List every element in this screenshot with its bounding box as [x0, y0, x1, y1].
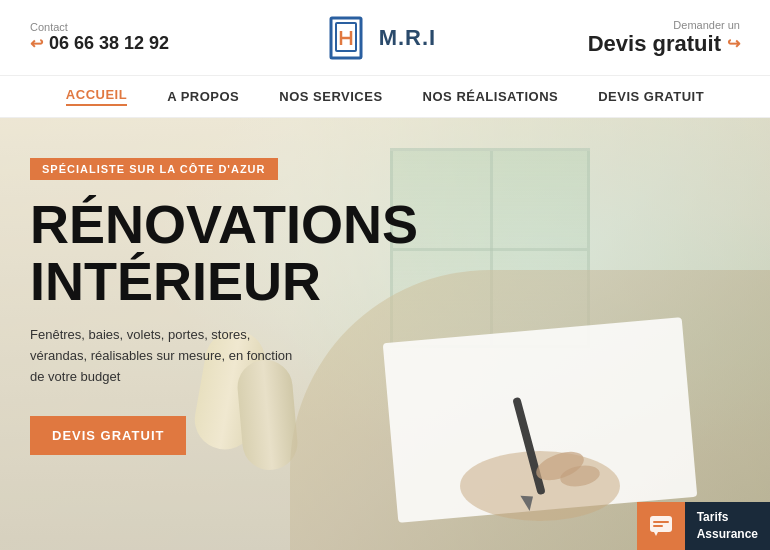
hero-section: SPÉCIALISTE SUR LA CÔTE D'AZUR RÉNOVATIO…	[0, 118, 770, 550]
nav-item-services[interactable]: NOS SERVICES	[279, 89, 382, 104]
nav-item-realisations[interactable]: NOS RÉALISATIONS	[423, 89, 559, 104]
contact-label: Contact	[30, 21, 169, 33]
svg-rect-13	[653, 525, 663, 527]
nav-item-accueil[interactable]: ACCUEIL	[66, 87, 127, 106]
nav-item-apropos[interactable]: A PROPOS	[167, 89, 239, 104]
svg-rect-10	[650, 516, 672, 532]
hero-title-line2: INTÉRIEUR	[30, 253, 418, 310]
devis-arrow-icon: ↪	[727, 34, 740, 53]
logo-icon	[321, 13, 371, 63]
logo-text: M.R.I	[379, 25, 437, 51]
assurance-widget[interactable]: Tarifs Assurance	[637, 502, 770, 550]
devis-label: Demander un	[673, 19, 740, 31]
contact-number[interactable]: ↩ 06 66 38 12 92	[30, 33, 169, 54]
hero-content: SPÉCIALISTE SUR LA CÔTE D'AZUR RÉNOVATIO…	[0, 118, 448, 495]
widget-chat-icon	[637, 502, 685, 550]
hero-title: RÉNOVATIONS INTÉRIEUR	[30, 196, 418, 309]
widget-line1: Tarifs	[697, 509, 758, 526]
hero-subtitle: Fenêtres, baies, volets, portes, stores,…	[30, 325, 310, 387]
top-bar: Contact ↩ 06 66 38 12 92 M.R.I Demander …	[0, 0, 770, 76]
nav-item-devis[interactable]: DEVIS GRATUIT	[598, 89, 704, 104]
phone-number: 06 66 38 12 92	[49, 33, 169, 54]
widget-label: Tarifs Assurance	[685, 503, 770, 549]
nav-bar: ACCUEIL A PROPOS NOS SERVICES NOS RÉALIS…	[0, 76, 770, 118]
cta-devis-button[interactable]: DEVIS GRATUIT	[30, 416, 186, 455]
hero-title-line1: RÉNOVATIONS	[30, 196, 418, 253]
devis-gratuit-text: Devis gratuit	[588, 31, 721, 57]
contact-arrow-icon: ↩	[30, 34, 43, 53]
svg-marker-11	[654, 532, 658, 536]
contact-section: Contact ↩ 06 66 38 12 92	[30, 21, 169, 54]
hero-badge: SPÉCIALISTE SUR LA CÔTE D'AZUR	[30, 158, 278, 180]
devis-section[interactable]: Demander un Devis gratuit ↪	[588, 19, 740, 57]
devis-gratuit-link[interactable]: Devis gratuit ↪	[588, 31, 740, 57]
widget-line2: Assurance	[697, 526, 758, 543]
svg-rect-12	[653, 521, 669, 523]
hero-hand-pen	[430, 346, 650, 530]
logo[interactable]: M.R.I	[321, 13, 437, 63]
